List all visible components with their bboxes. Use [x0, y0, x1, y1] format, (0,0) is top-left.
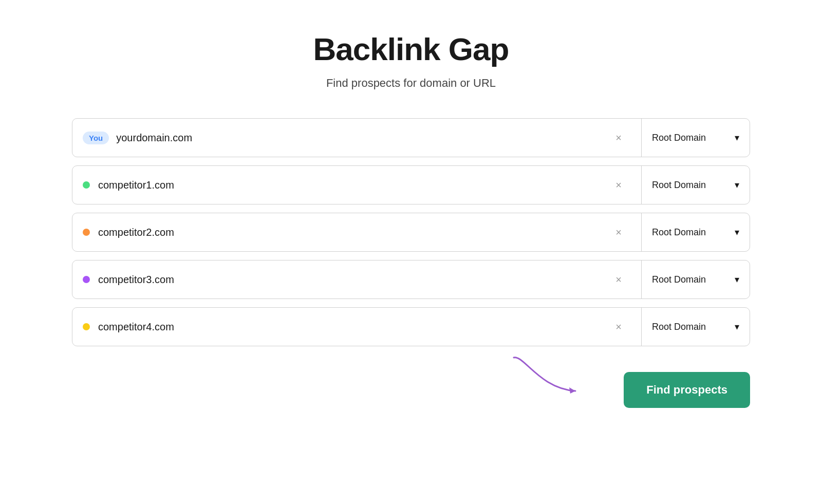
- dropdown-label-competitor1: Root Domain: [652, 180, 706, 191]
- input-row-competitor3: ×Root Domain▾: [72, 260, 750, 299]
- domain-input-competitor2[interactable]: [98, 227, 606, 238]
- input-row-competitor2: ×Root Domain▾: [72, 213, 750, 252]
- dot-indicator-competitor4: [83, 323, 90, 330]
- dropdown-label-competitor4: Root Domain: [652, 322, 706, 332]
- svg-marker-0: [569, 387, 575, 394]
- dropdown-label-competitor2: Root Domain: [652, 227, 706, 238]
- find-prospects-button[interactable]: Find prospects: [624, 372, 750, 408]
- domain-input-competitor1[interactable]: [98, 179, 606, 191]
- arrow-decoration: [509, 352, 591, 399]
- domain-input-you[interactable]: [116, 132, 606, 144]
- input-row-you: You×Root Domain▾: [72, 118, 750, 157]
- clear-button-competitor3[interactable]: ×: [606, 260, 631, 298]
- domain-input-competitor4[interactable]: [98, 321, 606, 333]
- dot-indicator-competitor3: [83, 276, 90, 283]
- chevron-down-icon-competitor3: ▾: [735, 274, 739, 285]
- clear-button-competitor4[interactable]: ×: [606, 308, 631, 346]
- input-main-competitor3: ×: [72, 260, 642, 298]
- clear-button-competitor2[interactable]: ×: [606, 213, 631, 251]
- dropdown-competitor1[interactable]: Root Domain▾: [642, 166, 750, 204]
- input-row-competitor1: ×Root Domain▾: [72, 165, 750, 204]
- clear-button-you[interactable]: ×: [606, 119, 631, 157]
- input-main-you: You×: [72, 119, 642, 157]
- dropdown-competitor4[interactable]: Root Domain▾: [642, 308, 750, 346]
- chevron-down-icon-competitor1: ▾: [735, 179, 739, 191]
- dropdown-competitor3[interactable]: Root Domain▾: [642, 260, 750, 298]
- chevron-down-icon-competitor4: ▾: [735, 321, 739, 332]
- input-row-competitor4: ×Root Domain▾: [72, 307, 750, 346]
- chevron-down-icon-you: ▾: [735, 132, 739, 143]
- clear-button-competitor1[interactable]: ×: [606, 166, 631, 204]
- input-main-competitor4: ×: [72, 308, 642, 346]
- bottom-section: Find prospects: [72, 351, 750, 408]
- dot-indicator-competitor2: [83, 229, 90, 236]
- form-container: You×Root Domain▾×Root Domain▾×Root Domai…: [72, 118, 750, 346]
- domain-input-competitor3[interactable]: [98, 274, 606, 286]
- input-main-competitor1: ×: [72, 166, 642, 204]
- page-subtitle: Find prospects for domain or URL: [326, 77, 496, 90]
- page-title: Backlink Gap: [313, 31, 509, 67]
- dropdown-competitor2[interactable]: Root Domain▾: [642, 213, 750, 251]
- dropdown-label-competitor3: Root Domain: [652, 274, 706, 285]
- dropdown-you[interactable]: Root Domain▾: [642, 119, 750, 157]
- chevron-down-icon-competitor2: ▾: [735, 227, 739, 238]
- page-container: Backlink Gap Find prospects for domain o…: [51, 31, 771, 408]
- dropdown-label-you: Root Domain: [652, 133, 706, 143]
- input-main-competitor2: ×: [72, 213, 642, 251]
- you-badge: You: [83, 132, 109, 144]
- dot-indicator-competitor1: [83, 181, 90, 189]
